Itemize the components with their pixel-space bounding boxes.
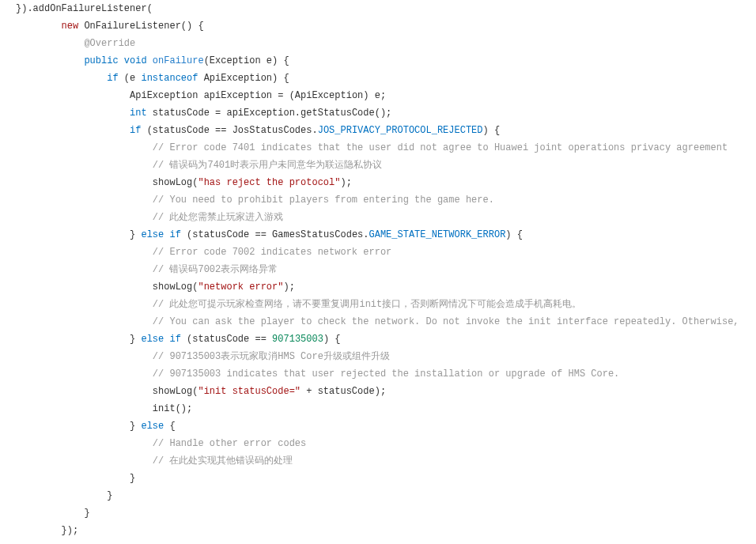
line: } <box>16 508 90 519</box>
line: // 错误码为7401时表示用户未同意华为联运隐私协议 <box>16 160 382 171</box>
line: if (statusCode == JosStatusCodes.JOS_PRI… <box>16 125 500 136</box>
line: // 907135003表示玩家取消HMS Core升级或组件升级 <box>16 351 390 362</box>
line: // Error code 7401 indicates that the us… <box>16 142 728 153</box>
line: // 907135003 indicates that user rejecte… <box>16 368 619 380</box>
line: showLog("has reject the protocol"); <box>16 177 352 188</box>
line: } <box>16 490 112 501</box>
line: // Handle other error codes <box>16 438 306 449</box>
line: showLog("init statusCode=" + statusCode)… <box>16 386 386 397</box>
line: // Error code 7002 indicates network err… <box>16 247 391 258</box>
code-block: }).addOnFailureListener( new OnFailureLi… <box>0 0 756 544</box>
line: if (e instanceof ApiException) { <box>16 73 289 84</box>
line: } else if (statusCode == GamesStatusCode… <box>16 229 523 240</box>
line: init(); <box>16 403 192 414</box>
line: public void onFailure(Exception e) { <box>16 55 289 66</box>
line: // 错误码7002表示网络异常 <box>16 264 278 275</box>
line: int statusCode = apiException.getStatusC… <box>16 108 391 119</box>
line: showLog("network error"); <box>16 281 295 293</box>
line: }).addOnFailureListener( <box>16 3 153 14</box>
line: // 此处您需禁止玩家进入游戏 <box>16 212 283 223</box>
line: // You can ask the player to check the n… <box>16 316 739 327</box>
line: @Override <box>16 38 135 49</box>
line: // You need to prohibit players from ent… <box>16 195 494 206</box>
line: ApiException apiException = (ApiExceptio… <box>16 90 386 101</box>
line: } <box>16 473 135 484</box>
line: } else { <box>16 421 176 432</box>
line: new OnFailureListener() { <box>16 21 204 32</box>
line: }); <box>16 525 78 536</box>
line: } else if (statusCode == 907135003) { <box>16 334 341 345</box>
line: // 此处您可提示玩家检查网络，请不要重复调用init接口，否则断网情况下可能会… <box>16 299 581 310</box>
line: // 在此处实现其他错误码的处理 <box>16 455 293 467</box>
